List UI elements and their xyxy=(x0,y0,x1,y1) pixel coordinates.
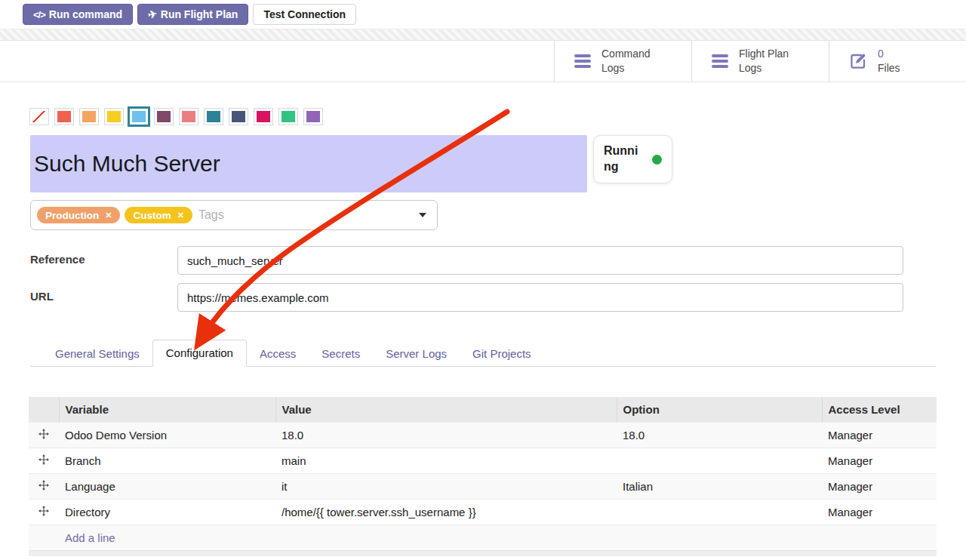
command-logs-label: Command Logs xyxy=(601,47,651,75)
color-swatch-red[interactable] xyxy=(55,109,73,125)
drag-handle-icon[interactable] xyxy=(29,499,59,525)
title-row: Such Much Server Running xyxy=(30,135,936,192)
chevron-down-icon[interactable] xyxy=(419,213,426,217)
cell-value: main xyxy=(275,448,617,473)
tab-configuration[interactable]: Configuration xyxy=(152,340,247,367)
table-row[interactable]: Odoo Demo Version18.018.0Manager xyxy=(29,422,937,448)
drag-handle-icon[interactable] xyxy=(29,473,59,499)
cell-value: 18.0 xyxy=(275,422,617,448)
color-palette xyxy=(30,109,936,125)
cell-option xyxy=(617,499,822,525)
flight-plan-logs-label: Flight Plan Logs xyxy=(739,47,789,75)
files-label: 0 Files xyxy=(878,47,900,75)
table-row[interactable]: LanguageitItalianManager xyxy=(29,473,937,499)
color-swatch-green[interactable] xyxy=(279,109,297,125)
cell-access_level: Manager xyxy=(822,499,937,525)
color-swatch-light-blue[interactable] xyxy=(130,109,148,125)
add-a-line-link[interactable]: Add a line xyxy=(59,525,937,550)
tag-label: Custom xyxy=(133,210,171,221)
color-swatch-yellow[interactable] xyxy=(105,109,123,125)
server-title-field[interactable]: Such Much Server xyxy=(30,135,587,192)
color-swatch-orange[interactable] xyxy=(80,109,98,125)
test-connection-button[interactable]: Test Connection xyxy=(253,4,356,25)
tag-remove-icon[interactable]: ✕ xyxy=(177,211,184,220)
cell-access_level: Manager xyxy=(822,473,937,499)
tag-pill-custom[interactable]: Custom✕ xyxy=(125,207,192,223)
color-swatch-no-color[interactable] xyxy=(30,109,48,125)
flight-plan-logs-button[interactable]: Flight Plan Logs xyxy=(691,41,829,82)
cell-variable: Directory xyxy=(59,499,275,525)
files-button[interactable]: 0 Files xyxy=(829,41,966,82)
url-label: URL xyxy=(30,283,177,312)
color-swatch-dark-purple[interactable] xyxy=(155,109,173,125)
tab-secrets[interactable]: Secrets xyxy=(309,341,373,367)
form-header-bar: Command Logs Flight Plan Logs 0 Files xyxy=(0,41,966,82)
cell-value: it xyxy=(275,473,617,499)
run-command-button[interactable]: </> Run command xyxy=(23,4,133,25)
handle-column-header xyxy=(29,397,59,422)
action-toolbar: </> Run command ✈ Run Flight Plan Test C… xyxy=(0,0,966,29)
tab-access[interactable]: Access xyxy=(247,341,309,367)
run-flight-plan-button[interactable]: ✈ Run Flight Plan xyxy=(137,4,248,25)
cell-access_level: Manager xyxy=(822,448,937,473)
color-swatch-salmon-pink[interactable] xyxy=(180,109,198,125)
tag-pill-list: Production✕Custom✕ xyxy=(37,207,192,223)
server-title: Such Much Server xyxy=(34,151,220,177)
tab-general-settings[interactable]: General Settings xyxy=(42,341,152,367)
add-a-line-spacer xyxy=(29,525,59,550)
tag-pill-production[interactable]: Production✕ xyxy=(37,207,120,223)
status-dot-icon xyxy=(652,155,662,165)
command-logs-button[interactable]: Command Logs xyxy=(554,41,691,82)
code-icon: </> xyxy=(33,9,45,20)
cell-option: 18.0 xyxy=(617,422,822,448)
column-header-variable: Variable xyxy=(59,397,275,422)
notebook-tabs: General SettingsConfigurationAccessSecre… xyxy=(30,339,936,367)
status-indicator-card[interactable]: Running xyxy=(593,135,672,183)
edit-icon xyxy=(849,52,867,70)
table-footer-strip xyxy=(29,550,937,556)
add-a-line-row: Add a line xyxy=(29,525,937,550)
color-swatch-purple[interactable] xyxy=(304,109,322,125)
color-swatch-dark-blue[interactable] xyxy=(229,109,248,125)
list-icon xyxy=(574,52,591,70)
color-swatch-medium-blue[interactable] xyxy=(205,109,223,125)
run-flight-plan-label: Run Flight Plan xyxy=(161,8,238,20)
tags-placeholder: Tags xyxy=(198,208,224,222)
test-connection-label: Test Connection xyxy=(263,8,346,20)
statusbar-hatch-strip xyxy=(0,29,966,41)
cell-variable: Branch xyxy=(59,448,275,473)
status-label: Running xyxy=(604,143,643,175)
form-sheet: Such Much Server Running Production✕Cust… xyxy=(0,109,966,556)
plane-icon: ✈ xyxy=(146,8,158,21)
color-swatch-fuchsia[interactable] xyxy=(254,109,272,125)
field-group: Reference URL xyxy=(30,246,936,312)
run-command-label: Run command xyxy=(49,8,122,20)
cell-variable: Language xyxy=(59,473,275,499)
drag-handle-icon[interactable] xyxy=(29,448,59,473)
list-icon xyxy=(712,52,728,70)
column-header-access-level: Access Level xyxy=(822,397,937,422)
column-header-option: Option xyxy=(617,397,822,422)
url-input[interactable] xyxy=(177,283,903,312)
tag-label: Production xyxy=(45,210,99,221)
table-header-row: VariableValueOptionAccess Level xyxy=(29,397,937,422)
reference-label: Reference xyxy=(30,246,177,275)
column-header-value: Value xyxy=(275,397,617,422)
reference-input[interactable] xyxy=(177,246,903,275)
configuration-table-wrap: VariableValueOptionAccess Level Odoo Dem… xyxy=(29,397,937,556)
cell-option: Italian xyxy=(617,473,822,499)
cell-option xyxy=(617,448,822,473)
drag-handle-icon[interactable] xyxy=(29,422,59,448)
table-row[interactable]: Directory/home/{{ tower.server.ssh_usern… xyxy=(29,499,937,525)
table-row[interactable]: BranchmainManager xyxy=(29,448,937,473)
tag-remove-icon[interactable]: ✕ xyxy=(105,211,112,220)
tags-field[interactable]: Production✕Custom✕ Tags xyxy=(30,200,438,230)
cell-variable: Odoo Demo Version xyxy=(59,422,275,448)
tab-server-logs[interactable]: Server Logs xyxy=(373,341,460,367)
url-row: URL xyxy=(30,283,936,312)
cell-value: /home/{{ tower.server.ssh_username }} xyxy=(275,499,617,525)
tab-git-projects[interactable]: Git Projects xyxy=(460,341,544,367)
cell-access_level: Manager xyxy=(822,422,937,448)
configuration-table: VariableValueOptionAccess Level Odoo Dem… xyxy=(29,397,937,550)
reference-row: Reference xyxy=(30,246,936,275)
